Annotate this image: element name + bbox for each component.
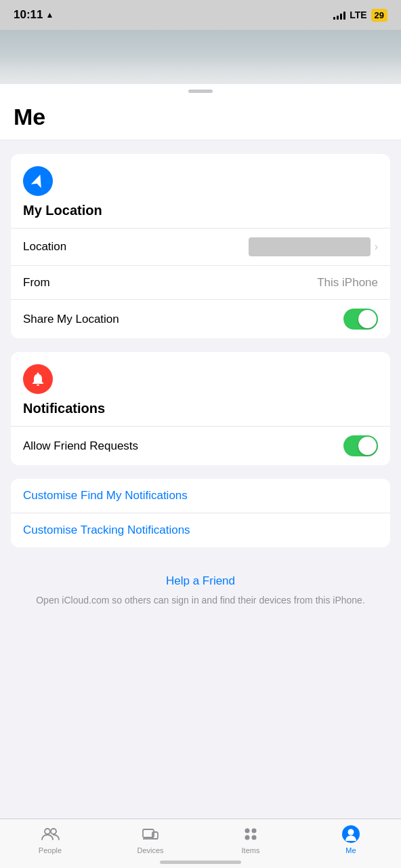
lte-label: LTE <box>350 9 366 20</box>
tab-me[interactable]: Me <box>301 825 401 854</box>
navigation-icon <box>30 173 46 189</box>
people-tab-icon <box>41 825 60 844</box>
main-content: My Location Location › From This iPhone … <box>0 140 401 635</box>
sheet-handle <box>0 84 401 96</box>
help-a-friend-link[interactable]: Help a Friend <box>31 574 370 588</box>
location-card-header: My Location <box>11 154 390 228</box>
battery-icon: 29 <box>371 9 387 22</box>
svg-point-10 <box>348 829 354 835</box>
location-blurred-value <box>249 237 371 256</box>
page-title-section: Me <box>0 96 401 140</box>
time-display: 10:11 <box>14 8 43 22</box>
items-tab-icon <box>241 825 260 844</box>
home-indicator <box>160 861 241 864</box>
notifications-card-title: Notifications <box>23 401 378 416</box>
svg-point-1 <box>51 829 56 834</box>
toggle-thumb-2 <box>358 437 377 455</box>
items-icon <box>241 825 260 844</box>
tab-devices[interactable]: Devices <box>100 825 200 854</box>
bell-icon <box>30 371 46 387</box>
friend-requests-label: Allow Friend Requests <box>23 439 138 453</box>
me-tab-icon <box>341 825 360 844</box>
location-arrow-icon: ▲ <box>45 10 54 20</box>
me-tab-label: Me <box>345 846 356 854</box>
location-icon-circle <box>23 166 53 196</box>
from-row: From This iPhone <box>11 265 390 299</box>
svg-point-7 <box>245 835 250 840</box>
battery-level: 29 <box>375 10 384 20</box>
notifications-icon-circle <box>23 364 53 394</box>
signal-icon <box>333 10 345 20</box>
status-right: LTE 29 <box>333 9 387 22</box>
svg-point-0 <box>45 829 50 834</box>
location-label: Location <box>23 240 66 254</box>
tab-people[interactable]: People <box>0 825 100 854</box>
devices-tab-icon <box>141 825 160 844</box>
people-tab-label: People <box>39 846 62 854</box>
from-device: This iPhone <box>317 276 378 290</box>
customise-tracking-link: Customise Tracking Notifications <box>23 524 190 537</box>
location-card-title: My Location <box>23 203 378 218</box>
share-location-row: Share My Location <box>11 299 390 338</box>
status-time: 10:11 ▲ <box>14 8 54 22</box>
help-section: Help a Friend Open iCloud.com so others … <box>11 561 390 621</box>
svg-point-6 <box>252 829 257 833</box>
location-row[interactable]: Location › <box>11 228 390 265</box>
notifications-card-header: Notifications <box>11 352 390 426</box>
svg-point-5 <box>245 829 250 833</box>
svg-point-8 <box>252 835 257 840</box>
drag-handle[interactable] <box>188 90 213 93</box>
help-description: Open iCloud.com so others can sign in an… <box>31 593 370 608</box>
devices-tab-label: Devices <box>137 846 163 854</box>
people-icon <box>41 825 60 844</box>
status-bar: 10:11 ▲ LTE 29 <box>0 0 401 30</box>
toggle-thumb <box>358 310 377 328</box>
share-location-label: Share My Location <box>23 313 119 326</box>
devices-icon <box>141 825 160 844</box>
friend-requests-row: Allow Friend Requests <box>11 426 390 465</box>
items-tab-label: Items <box>242 846 260 854</box>
friend-requests-toggle[interactable] <box>343 435 378 456</box>
from-label: From <box>23 276 50 290</box>
from-value: This iPhone <box>317 276 378 290</box>
location-card: My Location Location › From This iPhone … <box>11 154 390 338</box>
location-value: › <box>249 237 378 256</box>
customise-tracking-row[interactable]: Customise Tracking Notifications <box>11 513 390 547</box>
customise-findmy-row[interactable]: Customise Find My Notifications <box>11 479 390 513</box>
chevron-icon: › <box>375 241 378 253</box>
share-location-toggle[interactable] <box>343 309 378 330</box>
notification-links-card: Customise Find My Notifications Customis… <box>11 479 390 547</box>
me-icon <box>341 825 360 844</box>
tab-items[interactable]: Items <box>200 825 301 854</box>
photo-background <box>0 30 401 84</box>
notifications-card: Notifications Allow Friend Requests <box>11 352 390 465</box>
customise-findmy-link: Customise Find My Notifications <box>23 489 188 502</box>
page-title: Me <box>14 104 387 130</box>
